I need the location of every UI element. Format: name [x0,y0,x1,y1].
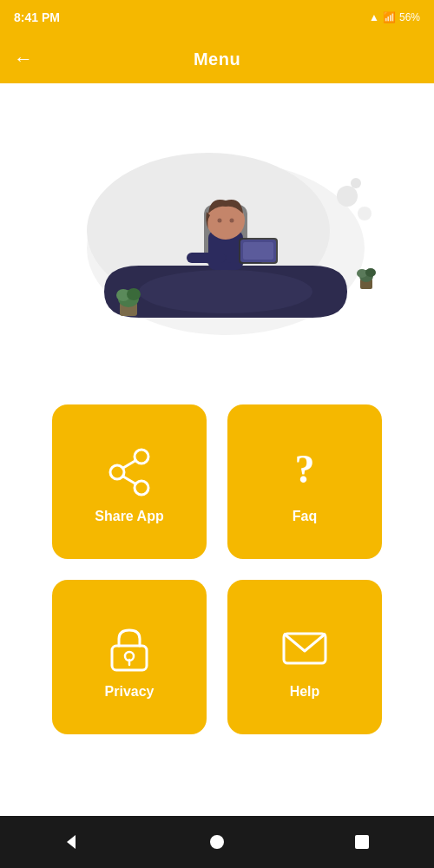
svg-point-2 [337,186,358,207]
question-icon: ? [279,446,331,498]
desk-illustration [52,109,382,352]
battery-icon: 56% [399,11,420,23]
menu-grid: Share App ? Faq Privacy Help [0,387,434,752]
svg-point-5 [139,270,312,313]
illustration-area [0,83,434,378]
help-label: Help [290,684,320,700]
svg-line-28 [123,477,135,483]
svg-point-26 [110,465,124,479]
nav-back-icon [62,832,82,852]
bottom-nav [0,816,434,868]
svg-point-24 [135,450,148,464]
faq-button[interactable]: ? Faq [227,404,382,559]
lock-icon [103,621,155,674]
status-bar: 8:41 PM ▲ 📶 56% [0,0,434,35]
svg-point-11 [218,219,222,223]
svg-rect-15 [243,242,273,260]
svg-line-27 [123,461,135,468]
nav-recent-button[interactable] [352,832,372,852]
status-time: 8:41 PM [14,10,60,24]
back-button[interactable]: ← [14,49,33,69]
svg-marker-34 [67,835,76,849]
svg-point-4 [351,178,361,188]
share-icon [103,446,155,498]
svg-point-19 [127,288,141,300]
nav-recent-icon [352,832,372,852]
status-icons: ▲ 📶 56% [369,11,420,23]
nav-home-icon [207,832,227,852]
nav-home-button[interactable] [207,832,227,852]
faq-label: Faq [293,509,317,524]
wifi-icon: 📶 [383,11,396,23]
nav-back-button[interactable] [62,832,82,852]
svg-rect-36 [355,835,369,849]
svg-point-3 [358,207,372,220]
privacy-label: Privacy [105,684,155,700]
svg-point-23 [365,268,376,277]
svg-rect-30 [112,646,147,670]
svg-point-25 [135,481,148,495]
envelope-icon [279,621,331,674]
svg-text:?: ? [295,447,315,491]
app-header: ← Menu [0,35,434,83]
privacy-button[interactable]: Privacy [52,580,207,734]
svg-rect-8 [187,253,226,263]
signal-icon: ▲ [369,11,379,23]
svg-point-35 [210,835,224,849]
svg-point-12 [230,219,234,223]
page-title: Menu [194,49,240,69]
help-button[interactable]: Help [227,580,382,734]
share-app-label: Share App [95,509,163,524]
share-app-button[interactable]: Share App [52,404,207,559]
